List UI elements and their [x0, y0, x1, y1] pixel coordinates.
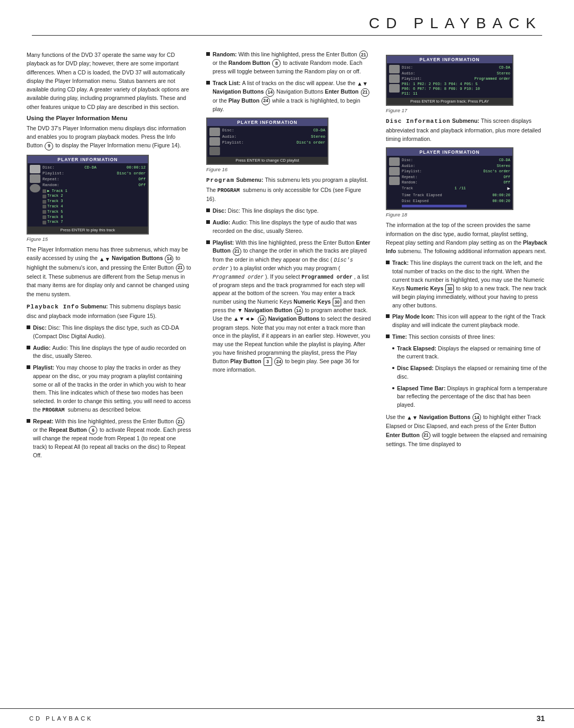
fig14-tracklist: ▶ Track 1 Track 2 Track 3 Track 4 Track …	[43, 189, 146, 225]
nav-arrows-mid: ▲▼	[357, 80, 368, 88]
info-icon	[30, 165, 40, 173]
nav-badge-14b: 14	[266, 88, 274, 97]
section-heading: Using the Player Information Menu	[27, 115, 191, 121]
fig17-icon2	[389, 74, 400, 83]
figure-15-label: Figure 15	[27, 236, 191, 242]
right-column: PLAYER INFORMATION Disc: CD-DA Audio:	[386, 51, 547, 463]
figure-17-label: Figure 17	[386, 107, 547, 113]
bullet-playlist: Playlist: You may choose to play the tra…	[27, 364, 191, 414]
disc-info-heading: Disc Information Submenu: This screen di…	[386, 116, 547, 144]
fig16-icons	[209, 128, 220, 155]
bullet-tracklist: Track List: A list of tracks on the disc…	[206, 79, 371, 113]
fig14-title: PLAYER INFORMATION	[28, 156, 148, 163]
enter-badge-21c: 21	[359, 51, 368, 59]
numkeys-badge-30: 30	[333, 298, 341, 306]
fig17-icon1	[389, 65, 400, 73]
bullet-audio: Audio: Audio: This line displays the typ…	[27, 344, 191, 361]
nav-text-right: Use the ▲▼ Navigation Buttons 14 to high…	[386, 413, 547, 448]
fig16-icon3	[209, 147, 220, 155]
bullet-audio-mid: Audio: Audio: This line displays the typ…	[206, 219, 371, 236]
bullet-playmode: Play Mode Icon: This icon will appear to…	[386, 313, 547, 330]
figure-14-screen: PLAYER INFORMATION Disc: CD-DA 00:00:12	[27, 155, 149, 235]
page-title: CD PLAYBACK	[32, 15, 542, 32]
nav-badge-14d: 14	[258, 315, 266, 324]
fig17-icons	[389, 65, 400, 96]
fig17-icon3	[389, 84, 400, 93]
footer-left: CD PLAYBACK	[29, 715, 93, 722]
disc-info-text2: The information at the top of the screen…	[386, 221, 547, 255]
left-column: Many functions of the DVD 37 operate the…	[27, 51, 191, 463]
page-footer: CD PLAYBACK 31	[0, 708, 574, 728]
fig18-icon1	[389, 157, 400, 166]
figure-16-label: Figure 16	[206, 166, 371, 172]
repeat-badge-6: 6	[89, 426, 97, 434]
fig17-text-area: Disc: CD-DA Audio: Stereo Playlist: Prog…	[402, 65, 510, 96]
figure-16-screen: PLAYER INFORMATION Disc: CD-DA Audio:	[206, 118, 328, 165]
figure-18-label: Figure 18	[386, 212, 547, 217]
fig17-footer: Press ENTER to Program track; Press PLAY	[387, 98, 512, 105]
bullet-disc: Disc: Disc: This line displays the disc …	[27, 324, 191, 341]
page-header: CD PLAYBACK	[0, 0, 574, 41]
enter-badge-21f: 21	[422, 431, 430, 440]
fig16-icon2	[209, 137, 220, 146]
enter-badge-21d: 21	[361, 88, 369, 97]
bullet-track-right: Track: This line displays the current tr…	[386, 259, 547, 309]
fig15-text: The Player Information menu has three su…	[27, 245, 191, 298]
bullet-disc-mid: Disc: Disc: This line displays the disc …	[206, 207, 371, 215]
fig18-icon2	[389, 167, 400, 175]
page-container: CD PLAYBACK Many functions of the DVD 37…	[0, 0, 574, 728]
bullet-elapsed-bar: Elapsed Time Bar: Displays in graphical …	[386, 384, 547, 409]
footer-right: 31	[536, 714, 545, 723]
playback-heading: Playback Info Submenu: This submenu disp…	[27, 302, 191, 320]
content-area: Many functions of the DVD 37 operate the…	[0, 41, 574, 474]
fig16-footer: Press ENTER to change CD playlist	[207, 157, 327, 164]
enter-badge-21e: 21	[233, 247, 241, 256]
fig17-tracks: P01: 1 P02: 2 P03: 3 P04: 4 P05: 5 P06: …	[402, 82, 510, 96]
fig18-elapsed-bar	[402, 205, 467, 207]
fig17-title: PLAYER INFORMATION	[387, 56, 512, 63]
header-divider	[32, 35, 542, 36]
fig18-icon3	[389, 177, 400, 185]
bullet-repeat: Repeat: With this line highlighted, pres…	[27, 417, 191, 460]
fig14-text-area: Disc: CD-DA 00:00:12 Playlist: Disc's or…	[43, 165, 146, 225]
fig18-title: PLAYER INFORMATION	[387, 148, 512, 156]
enter-badge-21b: 21	[176, 417, 184, 426]
nav-badge-14: 14	[165, 255, 173, 263]
middle-column: Random: With this line highlighted, pres…	[206, 51, 371, 463]
play-badge-24b: 24	[274, 357, 283, 366]
disc-icon	[30, 184, 40, 193]
figure-17-screen: PLAYER INFORMATION Disc: CD-DA Audio:	[386, 55, 513, 106]
nav-arrows: ▲▼	[99, 255, 111, 263]
fig14-icons	[30, 165, 40, 225]
folder-icon	[30, 174, 40, 183]
numkeys-badge-30b: 30	[445, 284, 454, 293]
fig16-text: Disc: CD-DA Audio: Stereo Playlist: Disc…	[222, 128, 325, 155]
fig16-title: PLAYER INFORMATION	[207, 119, 327, 126]
info-badge: 9	[45, 142, 53, 150]
fig16-icon1	[209, 128, 220, 136]
play-badge-24: 24	[261, 97, 270, 105]
fig18-icons	[389, 157, 400, 207]
bullet-playlist-mid: Playlist: With this line highlighted, pr…	[206, 239, 371, 374]
intro-text: Many functions of the DVD 37 operate the…	[27, 51, 191, 111]
bullet-track-elapsed: Track Elapsed: Displays the elapsed or r…	[386, 345, 547, 362]
nav-badge-14e: 14	[472, 413, 481, 422]
fig14-footer: Press ENTER to play this track	[28, 227, 148, 233]
enter-badge-21a: 21	[176, 264, 184, 272]
section-text: The DVD 37's Player Information menu dis…	[27, 124, 191, 150]
nav-arrows-right: ▲▼	[407, 413, 418, 422]
bullet-random: Random: With this line highlighted, pres…	[206, 51, 371, 76]
nav-badge-14c: 14	[294, 306, 303, 315]
random-badge-8: 8	[272, 59, 281, 68]
play-badge-3: 3	[264, 357, 272, 366]
fig18-text-area: Disc: CD-DA Audio: Stereo Playlist: Disc…	[402, 157, 510, 207]
bullet-time: Time: This section consists of three lin…	[386, 333, 547, 341]
bullet-disc-elapsed: Disc Elapsed: Displays the elapsed or re…	[386, 364, 547, 381]
program-heading: Program Submenu: This submenu lets you p…	[206, 175, 371, 203]
figure-18-screen: PLAYER INFORMATION Disc: CD-DA Audio:	[386, 147, 513, 210]
